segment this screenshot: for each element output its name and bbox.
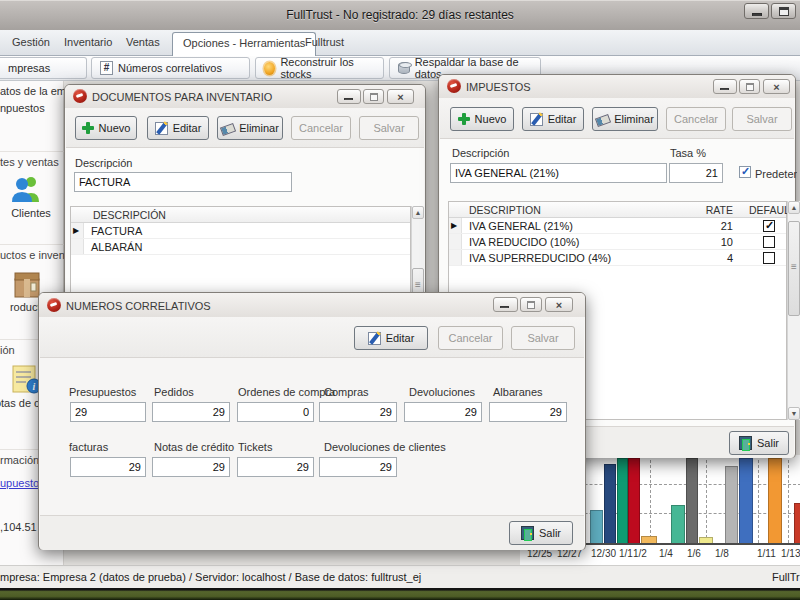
albaranes-input[interactable]: [489, 402, 567, 422]
eraser-icon: [596, 113, 609, 126]
row-selector-marker: [449, 218, 462, 233]
cell-descripcion: FACTURA: [91, 225, 142, 237]
devoluciones-input[interactable]: [404, 402, 482, 422]
chart-gridline: [788, 455, 789, 543]
devoluciones-label: Devoluciones: [409, 386, 475, 398]
status-app-name: FullTr: [772, 571, 800, 583]
dialog-titlebar[interactable]: NUMEROS CORRELATIVOS ×: [39, 293, 585, 317]
facturas-label: facturas: [69, 441, 108, 453]
statusbar: mpresa: Empresa 2 (datos de prueba) / Se…: [0, 565, 800, 588]
fulltrust-logo-icon: [73, 89, 87, 103]
close-button[interactable]: ×: [387, 89, 414, 104]
toolbar-button-reconstruir-stocks[interactable]: Reconstruir los stocks: [255, 57, 384, 79]
tab-inventario[interactable]: Inventario: [64, 36, 112, 48]
toolbar-button-numeros-correlativos[interactable]: # Números correlativos: [91, 57, 250, 79]
maximize-icon: [779, 7, 789, 16]
facturas-input[interactable]: [70, 457, 146, 477]
dialog-documentos-inventario: DOCUMENTOS PARA INVENTARIO × Nuevo Edita…: [64, 84, 426, 310]
maximize-button[interactable]: [771, 3, 796, 19]
editar-button[interactable]: Editar: [354, 326, 428, 350]
salvar-button[interactable]: Salvar: [359, 116, 419, 140]
descripcion-input[interactable]: [450, 163, 667, 183]
tab-fulltrust[interactable]: Fulltrust: [305, 36, 344, 48]
eliminar-button[interactable]: Eliminar: [217, 116, 283, 140]
maximize-button[interactable]: [520, 297, 542, 312]
scrollbar-thumb[interactable]: [788, 221, 800, 316]
main-titlebar: FullTrust - No registrado: 29 días resta…: [0, 0, 800, 30]
cancelar-button[interactable]: Cancelar: [438, 326, 503, 350]
devoluciones-clientes-input[interactable]: [319, 457, 397, 477]
compras-input[interactable]: [319, 402, 397, 422]
menu-tabbar: Gestión Inventario Ventas Opciones - Her…: [0, 30, 800, 56]
minimize-button[interactable]: [744, 3, 769, 19]
pedidos-label: Pedidos: [154, 386, 194, 398]
button-label: Eliminar: [614, 113, 654, 125]
presupuestos-label: Presupuestos: [69, 386, 136, 398]
salir-button[interactable]: Salir: [729, 431, 789, 455]
grid-row[interactable]: ALBARÁN: [71, 239, 410, 255]
sidebar-item-impuestos[interactable]: npuestos: [0, 102, 64, 114]
toolbar-button-label: Reconstruir los stocks: [280, 56, 375, 80]
maximize-button[interactable]: [739, 79, 760, 94]
salvar-button[interactable]: Salvar: [732, 107, 792, 131]
default-checkbox-1[interactable]: [763, 236, 775, 248]
minimize-button[interactable]: [713, 79, 737, 94]
sidebar-amount: ,104.51: [0, 521, 37, 533]
toolbar-button-empresas[interactable]: mpresas: [0, 57, 87, 79]
ordenes-compra-input[interactable]: [237, 402, 314, 422]
close-icon: ×: [388, 90, 413, 104]
tab-ventas[interactable]: Ventas: [126, 36, 160, 48]
sidebar-section-clientes-ventas: tes y ventas: [0, 151, 64, 168]
chart-bar: [686, 458, 698, 543]
maximize-icon: [527, 301, 535, 309]
tickets-input[interactable]: [237, 457, 314, 477]
close-button[interactable]: ×: [763, 79, 790, 94]
grid-vertical-scrollbar[interactable]: ▲ ▼: [787, 201, 800, 420]
notas-credito-label: Notas de crédito: [154, 441, 234, 453]
grid-row[interactable]: IVA GENERAL (21%) 21: [449, 218, 786, 234]
nuevo-button[interactable]: Nuevo: [75, 116, 137, 140]
editar-button[interactable]: Editar: [147, 116, 209, 140]
grid-row[interactable]: IVA SUPERREDUCIDO (4%) 4: [449, 250, 786, 266]
minimize-button[interactable]: [337, 89, 361, 104]
cancelar-button[interactable]: Cancelar: [666, 107, 726, 131]
predeterminado-checkbox[interactable]: [739, 166, 751, 178]
cell-description: IVA REDUCIDO (10%): [469, 236, 579, 248]
default-checkbox-0[interactable]: [763, 220, 775, 232]
application-window: FullTrust - No registrado: 29 días resta…: [0, 0, 800, 600]
notas-credito-input[interactable]: [152, 457, 230, 477]
dialog-titlebar[interactable]: IMPUESTOS ×: [439, 75, 795, 98]
chart-x-label: 1/2: [633, 548, 647, 559]
presupuestos-input[interactable]: [70, 402, 146, 422]
minimize-button[interactable]: [493, 297, 518, 312]
button-label: Salir: [757, 437, 779, 449]
grid-row[interactable]: FACTURA: [71, 223, 410, 239]
pencil-icon: [368, 332, 381, 345]
tab-opciones-herramientas[interactable]: Opciones - Herramientas: [172, 32, 316, 56]
salvar-button[interactable]: Salvar: [511, 326, 575, 350]
eliminar-button[interactable]: Eliminar: [592, 107, 658, 131]
chart-bar: [768, 458, 782, 543]
editar-button[interactable]: Editar: [522, 107, 584, 131]
grid-row[interactable]: IVA REDUCIDO (10%) 10: [449, 234, 786, 250]
salir-button[interactable]: Salir: [509, 521, 573, 545]
nuevo-button[interactable]: Nuevo: [450, 107, 514, 131]
maximize-icon: [370, 93, 378, 101]
gear-orange-icon: [264, 62, 275, 75]
descripcion-input[interactable]: [74, 172, 292, 192]
column-description: DESCRIPTION: [469, 204, 541, 216]
maximize-button[interactable]: [363, 89, 384, 104]
pedidos-input[interactable]: [152, 402, 230, 422]
tasa-input[interactable]: [669, 163, 723, 183]
close-button[interactable]: ×: [545, 297, 573, 312]
default-checkbox-2[interactable]: [763, 252, 775, 264]
ordenes-compra-label: Ordenes de compra: [238, 386, 335, 398]
sidebar-item-datos-empresa[interactable]: atos de la emp: [0, 85, 64, 97]
cancelar-button[interactable]: Cancelar: [291, 116, 351, 140]
dialog-titlebar[interactable]: DOCUMENTOS PARA INVENTARIO ×: [65, 85, 425, 108]
plus-icon: [458, 113, 470, 125]
tickets-label: Tickets: [238, 441, 272, 453]
tab-gestion[interactable]: Gestión: [12, 36, 50, 48]
dialog-footer: Salir: [40, 515, 584, 550]
minimize-icon: [720, 88, 729, 90]
